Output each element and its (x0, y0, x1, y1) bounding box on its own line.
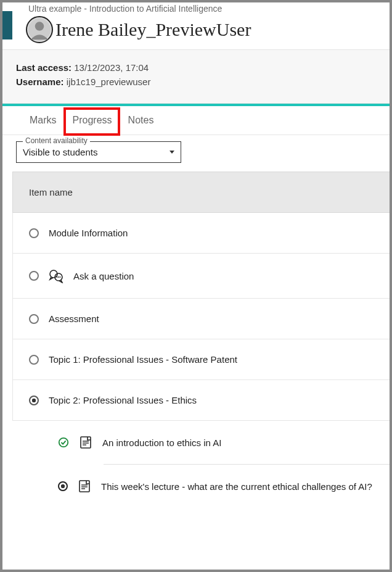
status-partial-icon (29, 396, 39, 405)
status-complete-icon (58, 437, 69, 448)
avatar-icon (27, 17, 52, 42)
item-topic-2[interactable]: Topic 2: Professional Issues - Ethics (12, 380, 390, 421)
document-icon (78, 479, 91, 493)
discussion-icon (49, 268, 63, 283)
chevron-down-icon (169, 151, 174, 154)
last-access-label: Last access: (16, 62, 71, 73)
document-icon (79, 436, 92, 449)
last-access-value: 13/12/2023, 17:04 (74, 62, 149, 73)
filter-value: Visible to students (23, 147, 97, 157)
course-title: Ultra example - Introduction to Artifici… (28, 4, 390, 14)
status-partial-icon (58, 481, 68, 491)
tab-notes[interactable]: Notes (128, 115, 154, 126)
user-row: Irene Bailey_PreviewUser (26, 16, 390, 43)
item-label: Ask a question (73, 271, 374, 281)
subitem-lecture-ethics[interactable]: This week's lecture - what are the curre… (12, 465, 390, 508)
item-label: Topic 2: Professional Issues - Ethics (49, 395, 374, 405)
item-assessment[interactable]: Assessment (12, 299, 390, 339)
svg-point-4 (57, 276, 58, 278)
content-availability-dropdown[interactable]: Content availability Visible to students (16, 141, 181, 163)
last-access-line: Last access: 13/12/2023, 17:04 (16, 62, 376, 73)
username-value: ijb1c19_previewuser (67, 77, 151, 87)
sidebar-tab[interactable] (2, 11, 12, 39)
svg-point-7 (59, 438, 68, 447)
tabs: Marks Progress Notes (2, 106, 390, 135)
status-empty-icon (29, 314, 39, 324)
item-label: Module Information (49, 228, 374, 238)
svg-rect-12 (80, 481, 89, 492)
item-label: Assessment (49, 313, 374, 324)
table-header: Item name (12, 172, 390, 213)
svg-point-6 (60, 276, 61, 278)
item-label: Topic 1: Professional Issues - Software … (49, 354, 374, 365)
filter-row: Content availability Visible to students (2, 135, 390, 172)
svg-rect-8 (81, 437, 91, 448)
info-band: Last access: 13/12/2023, 17:04 Username:… (2, 49, 390, 104)
status-empty-icon (29, 355, 39, 365)
status-empty-icon (29, 271, 39, 281)
item-label: An introduction to ethics in AI (102, 437, 374, 448)
tab-marks[interactable]: Marks (30, 115, 57, 126)
item-ask-a-question[interactable]: Ask a question (12, 254, 390, 299)
subitem-intro-ethics[interactable]: An introduction to ethics in AI (12, 421, 390, 464)
svg-point-1 (35, 22, 44, 31)
item-label: This week's lecture - what are the curre… (101, 481, 374, 492)
username-label: Username: (16, 77, 64, 87)
svg-point-5 (58, 276, 59, 278)
status-empty-icon (29, 228, 39, 238)
content-area: Item name Module Information Ask a quest… (2, 172, 390, 508)
header: Ultra example - Introduction to Artifici… (2, 2, 390, 49)
item-topic-1[interactable]: Topic 1: Professional Issues - Software … (12, 339, 390, 380)
filter-legend: Content availability (23, 136, 90, 145)
avatar (26, 16, 53, 43)
item-module-information[interactable]: Module Information (12, 213, 390, 254)
tab-progress[interactable]: Progress (73, 115, 112, 126)
user-name: Irene Bailey_PreviewUser (55, 19, 251, 40)
app-frame: Ultra example - Introduction to Artifici… (2, 2, 390, 570)
username-line: Username: ijb1c19_previewuser (16, 77, 376, 87)
